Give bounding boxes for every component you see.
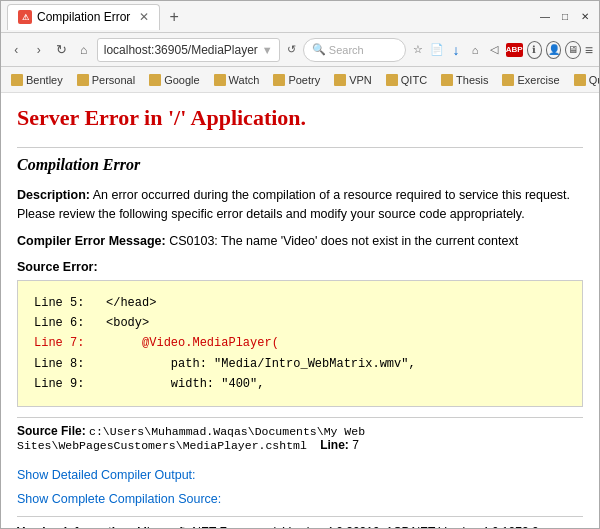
forward-button[interactable]: › xyxy=(29,39,47,61)
description-label: Description: xyxy=(17,188,90,202)
bookmark-folder-icon xyxy=(441,74,453,86)
reload-icon[interactable]: ↺ xyxy=(284,41,299,59)
server-error-title: Server Error in '/' Application. xyxy=(17,105,583,131)
search-box[interactable]: 🔍 Search xyxy=(303,38,406,62)
compiler-message-text: CS0103: The name 'Video' does not exist … xyxy=(169,234,518,248)
source-error-label: Source Error: xyxy=(17,260,583,274)
source-file-line: Source File: c:\Users\Muhammad.Waqas\Doc… xyxy=(17,417,583,452)
dropdown-arrow: ▼ xyxy=(262,44,273,56)
bookmark-watch[interactable]: Watch xyxy=(208,72,266,88)
bookmark-poetry[interactable]: Poetry xyxy=(267,72,326,88)
home-button[interactable]: ⌂ xyxy=(74,39,92,61)
bookmark-folder-icon xyxy=(11,74,23,86)
tab-close-button[interactable]: ✕ xyxy=(139,10,149,24)
line-label: Line: xyxy=(320,438,349,452)
bookmark-label: Quotes xyxy=(589,74,599,86)
show-compiler-output-link[interactable]: Show Detailed Compiler Output: xyxy=(17,468,583,482)
menu-icon[interactable]: ≡ xyxy=(585,42,593,58)
line-number: Line 9: xyxy=(34,377,171,391)
maximize-button[interactable]: □ xyxy=(557,9,573,25)
bookmark-folder-icon xyxy=(214,74,226,86)
bookmark-qitc[interactable]: QITC xyxy=(380,72,433,88)
bookmark-folder-icon xyxy=(574,74,586,86)
url-bar[interactable]: localhost:36905/MediaPlayer ▼ xyxy=(97,38,280,62)
bookmark-personal[interactable]: Personal xyxy=(71,72,141,88)
code-line-5: Line 5: </head> xyxy=(34,293,566,313)
compiler-message-block: Compiler Error Message: CS0103: The name… xyxy=(17,234,583,248)
bookmark-folder-icon xyxy=(149,74,161,86)
bookmark-label: Bentley xyxy=(26,74,63,86)
minimize-button[interactable]: — xyxy=(537,9,553,25)
bookmark-label: Google xyxy=(164,74,199,86)
line-code: </head> xyxy=(106,296,156,310)
adblock-icon[interactable]: ABP xyxy=(506,43,523,57)
line-number: Line 7: xyxy=(34,336,142,350)
page-content: Server Error in '/' Application. Compila… xyxy=(1,93,599,528)
bookmark-vpn[interactable]: VPN xyxy=(328,72,378,88)
source-file-label: Source File: xyxy=(17,424,86,438)
person-icon[interactable]: 👤 xyxy=(546,41,561,59)
bookmark-label: Watch xyxy=(229,74,260,86)
line-number: Line 8: xyxy=(34,357,171,371)
bookmark-label: QITC xyxy=(401,74,427,86)
home2-icon[interactable]: ⌂ xyxy=(468,41,483,59)
code-block: Line 5: </head> Line 6: <body> Line 7: @… xyxy=(17,280,583,408)
line-number-value: 7 xyxy=(352,438,359,452)
description-block: Description: An error occurred during th… xyxy=(17,186,583,224)
bookmark-folder-icon xyxy=(77,74,89,86)
star-icon[interactable]: ☆ xyxy=(410,41,425,59)
code-line-8: Line 8: path: "Media/Intro_WebMatrix.wmv… xyxy=(34,354,566,374)
browser-window: ⚠ Compilation Error ✕ + — □ ✕ ‹ › ↻ ⌂ lo… xyxy=(0,0,600,529)
bookmark-quotes[interactable]: Quotes xyxy=(568,72,599,88)
bookmark-label: VPN xyxy=(349,74,372,86)
bookmark-bentley[interactable]: Bentley xyxy=(5,72,69,88)
compiler-message-label: Compiler Error Message: xyxy=(17,234,166,248)
code-line-7: Line 7: @Video.MediaPlayer( xyxy=(34,333,566,353)
bookmark-folder-icon xyxy=(273,74,285,86)
bookmarks-bar: Bentley Personal Google Watch Poetry VPN… xyxy=(1,67,599,93)
window-controls: — □ ✕ xyxy=(537,9,593,25)
bookmark-icon[interactable]: 📄 xyxy=(429,41,444,59)
bookmark-label: Exercise xyxy=(517,74,559,86)
info-icon[interactable]: ℹ xyxy=(527,41,542,59)
description-text: An error occurred during the compilation… xyxy=(17,188,570,221)
url-text: localhost:36905/MediaPlayer xyxy=(104,43,258,57)
title-bar: ⚠ Compilation Error ✕ + — □ ✕ xyxy=(1,1,599,33)
bookmark-google[interactable]: Google xyxy=(143,72,205,88)
tab-bar: ⚠ Compilation Error ✕ + xyxy=(7,4,537,30)
close-button[interactable]: ✕ xyxy=(577,9,593,25)
code-line-6: Line 6: <body> xyxy=(34,313,566,333)
bookmark-label: Poetry xyxy=(288,74,320,86)
line-code: path: "Media/Intro_WebMatrix.wmv", xyxy=(171,357,416,371)
download-icon[interactable]: ↓ xyxy=(448,41,463,59)
show-compilation-source-link[interactable]: Show Complete Compilation Source: xyxy=(17,492,583,506)
active-tab[interactable]: ⚠ Compilation Error ✕ xyxy=(7,4,160,30)
version-info: Version Information: Microsoft .NET Fram… xyxy=(17,516,583,528)
refresh-button[interactable]: ↻ xyxy=(52,39,70,61)
code-line-9: Line 9: width: "400", xyxy=(34,374,566,394)
bookmark-label: Personal xyxy=(92,74,135,86)
line-code: @Video.MediaPlayer( xyxy=(142,336,279,350)
address-bar: ‹ › ↻ ⌂ localhost:36905/MediaPlayer ▼ ↺ … xyxy=(1,33,599,67)
divider xyxy=(17,147,583,148)
line-code: width: "400", xyxy=(171,377,265,391)
bookmark-label: Thesis xyxy=(456,74,488,86)
version-label: Version Information: xyxy=(17,525,134,528)
search-placeholder: Search xyxy=(329,44,364,56)
tab-label: Compilation Error xyxy=(37,10,130,24)
line-number: Line 6: xyxy=(34,316,106,330)
version-text: Microsoft .NET Framework Version:4.0.303… xyxy=(137,525,539,528)
bookmark-thesis[interactable]: Thesis xyxy=(435,72,494,88)
bookmark-exercise[interactable]: Exercise xyxy=(496,72,565,88)
arrow-icon[interactable]: ◁ xyxy=(487,41,502,59)
line-number: Line 5: xyxy=(34,296,106,310)
back-button[interactable]: ‹ xyxy=(7,39,25,61)
bookmark-folder-icon xyxy=(386,74,398,86)
bookmark-folder-icon xyxy=(334,74,346,86)
search-icon: 🔍 xyxy=(312,43,326,56)
new-tab-button[interactable]: + xyxy=(164,8,183,26)
bookmark-folder-icon xyxy=(502,74,514,86)
monitor-icon[interactable]: 🖥 xyxy=(565,41,580,59)
line-code: <body> xyxy=(106,316,149,330)
compilation-error-heading: Compilation Error xyxy=(17,156,583,174)
